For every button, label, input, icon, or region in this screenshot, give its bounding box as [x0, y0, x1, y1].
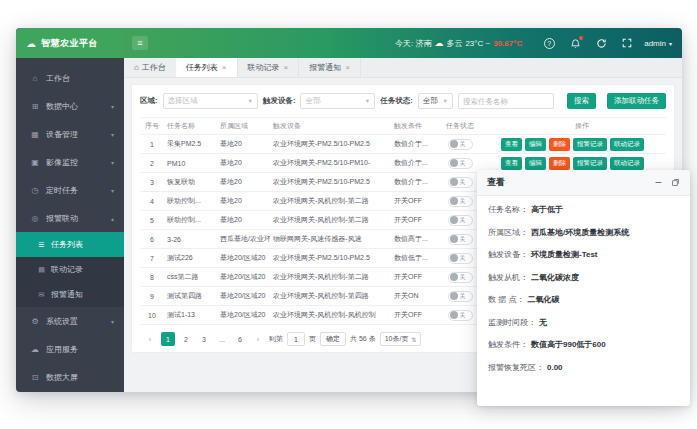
status-toggle[interactable]: 关 [448, 272, 473, 283]
next-page-button[interactable]: › [251, 332, 265, 346]
task-status-select[interactable]: 全部 ▼ [418, 93, 453, 109]
field-label: 任务名称： [488, 204, 528, 215]
table-row: 1采集PM2.5基地20农业环境网关-PM2.5/10-PM2.5数值介于...… [140, 135, 666, 154]
confirm-page-button[interactable]: 确定 [320, 332, 346, 346]
task-region: 基地20 [217, 192, 270, 210]
linkage-records-button[interactable]: 联动记录 [610, 157, 644, 170]
search-input[interactable] [458, 93, 554, 109]
page-1[interactable]: 1 [161, 332, 175, 346]
sidebar-item-scheduled-tasks[interactable]: ◷ 定时任务 ▾ [16, 176, 124, 204]
edit-button[interactable]: 编辑 [525, 138, 546, 151]
filter-bar: 区域: 选择区域 ▼ 触发设备: 全部 ▼ 任务状态: 全部 ▼ 搜索 添加联动… [140, 93, 666, 109]
status-toggle[interactable]: 关 [448, 234, 473, 245]
updown-icon: ⇅ [411, 336, 416, 343]
sidebar-item-data-screen[interactable]: ⊡ 数据大屏 [16, 363, 124, 391]
task-status-cell: 关 [437, 154, 483, 172]
sidebar-item-workbench[interactable]: ⌂ 工作台 [16, 64, 124, 92]
tab-home[interactable]: ⌂ 工作台 [124, 58, 176, 77]
status-toggle[interactable]: 关 [448, 215, 473, 226]
page-3[interactable]: 3 [197, 332, 211, 346]
task-region: 基地20/区域20 [217, 268, 270, 286]
add-linkage-task-button[interactable]: 添加联动任务 [607, 93, 666, 109]
trigger-condition: 数值介于... [391, 173, 437, 191]
status-toggle[interactable]: 关 [448, 139, 473, 150]
screen-icon: ⊡ [29, 373, 41, 382]
fullscreen-icon[interactable] [614, 38, 640, 48]
panel-field: 所属区域：西瓜基地/环境质量检测系统 [488, 227, 679, 238]
jump-page-input[interactable] [287, 332, 305, 346]
view-button[interactable]: 查看 [501, 138, 522, 151]
refresh-icon[interactable] [588, 38, 614, 49]
sidebar-item-data-center[interactable]: ⊞ 数据中心 ▾ [16, 92, 124, 120]
minimize-icon[interactable] [654, 178, 663, 187]
jump-label: 到第 [269, 334, 283, 344]
view-button[interactable]: 查看 [501, 157, 522, 170]
tab-alarm-notifications[interactable]: 报警通知 × [299, 58, 361, 77]
sidebar-item-alarm-notifications[interactable]: ✉ 报警通知 [16, 282, 124, 307]
row-index: 6 [140, 230, 164, 248]
toggle-knob [450, 292, 458, 300]
status-toggle[interactable]: 关 [448, 196, 473, 207]
chevron-down-icon: ▾ [111, 159, 114, 166]
sidebar-item-alarm-linkage[interactable]: ◎ 报警联动 ▴ [16, 204, 124, 232]
bell-icon[interactable] [562, 38, 588, 49]
sidebar-item-task-list[interactable]: ☰ 任务列表 [16, 232, 124, 257]
menu-collapse-icon[interactable]: ≡ [132, 36, 148, 50]
status-toggle[interactable]: 关 [448, 253, 473, 264]
close-icon[interactable]: × [222, 63, 227, 72]
close-icon[interactable]: × [284, 63, 289, 72]
delete-button[interactable]: 删除 [549, 138, 570, 151]
trigger-device-label: 触发设备: [263, 96, 296, 106]
toggle-label: 关 [460, 178, 466, 187]
trigger-device-select[interactable]: 全部 ▼ [300, 93, 375, 109]
status-toggle[interactable]: 关 [448, 177, 473, 188]
search-button[interactable]: 搜索 [567, 93, 596, 109]
trigger-condition: 开关ON [391, 287, 437, 305]
task-region: 基地20 [217, 173, 270, 191]
task-name: 恢复联动 [164, 173, 217, 191]
status-toggle[interactable]: 关 [448, 291, 473, 302]
region-label: 区域: [140, 96, 158, 106]
edit-button[interactable]: 编辑 [525, 157, 546, 170]
help-icon[interactable]: ? [536, 38, 562, 49]
region-select[interactable]: 选择区域 ▼ [163, 93, 258, 109]
linkage-records-button[interactable]: 联动记录 [610, 138, 644, 151]
toggle-label: 关 [460, 235, 466, 244]
alarm-records-button[interactable]: 报警记录 [573, 138, 607, 151]
sidebar-item-system-settings[interactable]: ⚙ 系统设置 ▾ [16, 307, 124, 335]
page-size-select[interactable]: 10条/页 ⇅ [380, 332, 422, 346]
task-status-label: 任务状态: [380, 96, 413, 106]
temp-high: 30.67°C [493, 39, 522, 48]
field-label: 所属区域： [488, 227, 528, 238]
close-icon[interactable]: × [345, 63, 350, 72]
toggle-label: 关 [460, 292, 466, 301]
delete-button[interactable]: 删除 [549, 157, 570, 170]
app-logo: ☁ 智慧农业平台 [16, 28, 124, 58]
trigger-device: 农业环境网关-风机控制-第二路 [270, 268, 391, 286]
page-6[interactable]: 6 [233, 332, 247, 346]
page-2[interactable]: 2 [179, 332, 193, 346]
tab-task-list[interactable]: 任务列表 × [176, 58, 238, 77]
field-label: 监测时间段： [488, 317, 536, 328]
tab-linkage-records[interactable]: 联动记录 × [238, 58, 300, 77]
mail-icon: ✉ [36, 291, 47, 299]
prev-page-button[interactable]: ‹ [143, 332, 157, 346]
trigger-device: 农业环境网关-风机控制-风机控制 [270, 306, 391, 324]
status-toggle[interactable]: 关 [448, 158, 473, 169]
sidebar-item-video-monitoring[interactable]: ▣ 影像监控 ▾ [16, 148, 124, 176]
chevron-down-icon: ▾ [111, 103, 114, 110]
sidebar-item-device-management[interactable]: ▦ 设备管理 ▾ [16, 120, 124, 148]
page-ellipsis: ... [215, 332, 229, 346]
toggle-label: 关 [460, 216, 466, 225]
sidebar-item-app-services[interactable]: ☁ 应用服务 [16, 335, 124, 363]
task-region: 基地20/区域20 [217, 249, 270, 267]
maximize-icon[interactable] [671, 178, 680, 187]
user-menu[interactable]: admin ▾ [644, 39, 672, 48]
chevron-down-icon: ▾ [111, 187, 114, 194]
status-toggle[interactable]: 关 [448, 310, 473, 321]
alarm-records-button[interactable]: 报警记录 [573, 157, 607, 170]
workbench-icon: ⌂ [29, 74, 41, 83]
sidebar-item-linkage-records[interactable]: ▤ 联动记录 [16, 257, 124, 282]
row-index: 2 [140, 154, 164, 172]
chevron-down-icon: ▾ [111, 318, 114, 325]
